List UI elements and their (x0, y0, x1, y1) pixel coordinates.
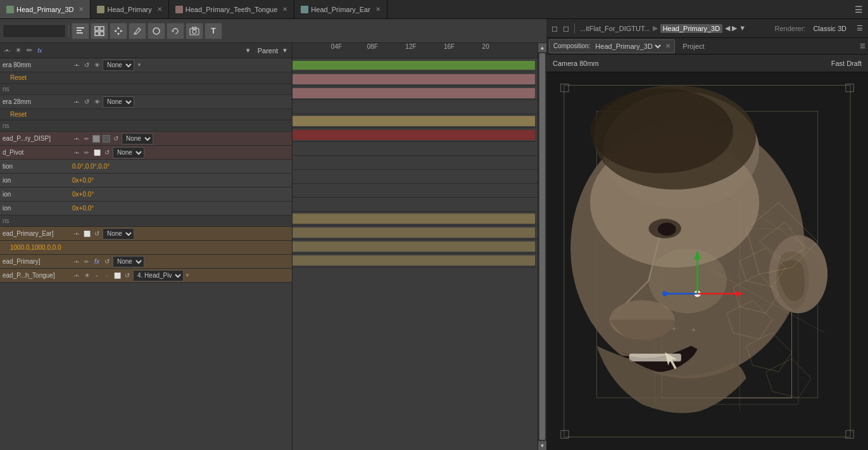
tl-bar-d-pivot (292, 130, 535, 140)
toolbar-btn-grid[interactable] (91, 23, 108, 39)
comp-select[interactable]: Head_Primary_3D (593, 42, 663, 51)
prop-controls-camera-28mm: -•- ↺ 👁 None (72, 96, 289, 108)
search-input[interactable] (3, 24, 66, 38)
comp-close[interactable]: ✕ (665, 42, 670, 49)
prop-clock-icon-28[interactable]: ↺ (82, 98, 91, 106)
prop-row-section-2: ns (0, 120, 292, 132)
prop-parent-dropdown-28[interactable]: None (103, 96, 134, 108)
ruler-mark-20: 20 (482, 43, 489, 50)
tab-close-btn[interactable]: ✕ (282, 6, 287, 13)
tab-menu-button[interactable]: ☰ (850, 4, 868, 15)
prop-reset-btn-80mm[interactable]: Reset (10, 74, 27, 81)
prop-row-position: tion 0.0°,0.0°,0.0° (0, 160, 292, 174)
tab-head-primary-teeth-tongue[interactable]: Head_Primary_Teeth_Tongue ✕ (169, 0, 295, 18)
breadcrumb-current[interactable]: Head_Primary_3D (660, 24, 722, 33)
scroll-thumb[interactable] (539, 53, 545, 440)
prop-name-camera-80mm: era 80mm (3, 61, 72, 68)
prop-eye-ht[interactable]: ☀ (82, 271, 91, 280)
prop-toggle-btn[interactable]: -•- (72, 61, 81, 70)
comp-tab-bar: Composition: Head_Primary_3D ✕ Project ☰ (546, 38, 868, 55)
prop-name-head-pry-disp: ead_P...ry_DISP] (3, 135, 72, 142)
tab-head-primary[interactable]: Head_Primary ✕ (91, 0, 168, 18)
comp-label: Composition: (553, 42, 590, 49)
prop-parent-label: Parent (258, 47, 278, 55)
prop-clock-disp[interactable]: ↺ (111, 134, 120, 143)
timeline-ruler: 04F 08F 12F 16F 20 (292, 43, 538, 58)
toolbar-btn-select[interactable] (72, 23, 89, 39)
comp-tab-active[interactable]: Composition: Head_Primary_3D ✕ (549, 39, 675, 53)
prop-name-d-pivot: d_Pivot (3, 149, 72, 156)
tab-close-btn[interactable]: ✕ (375, 6, 381, 13)
prop-reset-clock[interactable]: ↺ (82, 61, 91, 70)
scroll-up-btn[interactable]: ▲ (538, 43, 546, 52)
prop-edit-disp[interactable]: ✏ (82, 134, 91, 143)
prop-clock-ear[interactable]: ↺ (92, 229, 101, 238)
comp-tab-menu[interactable]: ☰ (860, 42, 865, 49)
tl-bar-head-primary (292, 241, 535, 252)
3d-viewport[interactable]: + + (546, 72, 868, 450)
prop-eye-icon[interactable]: 👁 (92, 61, 101, 70)
scroll-down-btn[interactable]: ▼ (538, 441, 546, 450)
prop-edit-pivot[interactable]: ✏ (82, 148, 91, 157)
tab-bar: Head_Primary_3D ✕ Head_Primary ✕ Head_Pr… (0, 0, 868, 19)
toolbar-btn-shape[interactable] (148, 23, 165, 39)
svg-marker-8 (117, 33, 120, 35)
breadcrumb-home[interactable]: ...itFlat_For_DIGTUT... (580, 25, 650, 32)
renderer-value: Classic 3D (813, 25, 846, 32)
prop-parent-dropdown-pivot[interactable]: None (113, 147, 144, 158)
prop-header-toggle[interactable]: -•- (3, 47, 11, 54)
tab-icon (175, 6, 183, 13)
prop-toggle-ht[interactable]: -•- (72, 271, 81, 280)
tl-row-scl (292, 170, 538, 184)
project-tab[interactable]: Project (677, 39, 709, 53)
svg-rect-4 (100, 27, 104, 30)
tab-close-btn[interactable]: ✕ (79, 6, 84, 13)
prop-parent-dropdown-ht[interactable]: 4. Head_Pivo (133, 270, 184, 281)
tab-icon (97, 6, 104, 13)
viewport-menu-btn[interactable]: ☰ (857, 24, 863, 32)
breadcrumb-nav-more[interactable]: ◀ ▶ ▼ (725, 24, 746, 32)
tab-close-btn[interactable]: ✕ (157, 6, 162, 13)
toolbar-btn-rotate[interactable] (167, 23, 184, 39)
prop-clock-ht[interactable]: ↺ (123, 271, 132, 280)
prop-visibility-icon[interactable]: ☀ (14, 46, 23, 55)
prop-eye-icon-28[interactable]: 👁 (92, 98, 101, 106)
prop-rows: era 80mm -•- ↺ 👁 None ▼ Re (0, 58, 292, 450)
prop-dropdown-arrow2: ▼ (137, 62, 142, 68)
tab-head-primary-3d[interactable]: Head_Primary_3D ✕ (0, 0, 91, 18)
prop-cube-ht: ⬜ (113, 271, 122, 280)
tab-label: Head_Primary_Teeth_Tongue (186, 6, 278, 13)
prop-toggle-btn-28[interactable]: -•- (72, 98, 81, 106)
prop-section-label-2: ns (3, 122, 9, 129)
prop-controls-head-pry-disp: -•- ✏ ↺ None (72, 133, 289, 145)
prop-cube-pivot: ⬜ (92, 148, 101, 157)
prop-parent-dropdown-arrow[interactable]: ▼ (280, 47, 289, 54)
prop-parent-dropdown-ear[interactable]: None (103, 228, 134, 240)
tl-bar-camera-80mm-pink (292, 74, 535, 84)
viewport-svg: + + (546, 72, 868, 450)
prop-parent-dropdown[interactable]: None (103, 60, 134, 71)
prop-reset-btn-28mm[interactable]: Reset (10, 111, 27, 118)
prop-color-swatch-1 (92, 135, 100, 143)
prop-clock-hp[interactable]: ↺ (103, 257, 111, 266)
viewport-top-bar: ◻ ◻ ...itFlat_For_DIGTUT... ▶ Head_Prima… (546, 19, 868, 38)
prop-toggle-pivot[interactable]: -•- (72, 148, 81, 157)
toolbar-btn-pen[interactable] (129, 23, 146, 39)
prop-toggle-disp[interactable]: -•- (72, 134, 81, 143)
prop-toggle-ear[interactable]: -•- (72, 229, 81, 238)
tl-row-head-tongue-tl (292, 254, 538, 267)
prop-parent-dropdown-hp[interactable]: None (113, 256, 144, 267)
prop-edit-icon[interactable]: ✏ (25, 46, 34, 55)
prop-dropdown-arrow[interactable]: ▼ (244, 47, 253, 54)
toolbar-btn-camera[interactable] (186, 23, 203, 39)
tab-head-primary-ear[interactable]: Head_Primary_Ear ✕ (294, 0, 387, 18)
prop-clock-pivot[interactable]: ↺ (103, 148, 111, 157)
prop-edit-hp[interactable]: ✏ (82, 257, 91, 266)
svg-marker-10 (120, 30, 123, 32)
prop-toggle-hp[interactable]: -•- (72, 257, 81, 266)
toolbar-btn-text[interactable]: T (204, 23, 222, 39)
prop-parent-dropdown-disp[interactable]: None (122, 133, 153, 145)
svg-rect-1 (77, 30, 82, 31)
toolbar-btn-move[interactable] (110, 23, 127, 39)
ruler-mark-04f: 04F (331, 43, 342, 50)
